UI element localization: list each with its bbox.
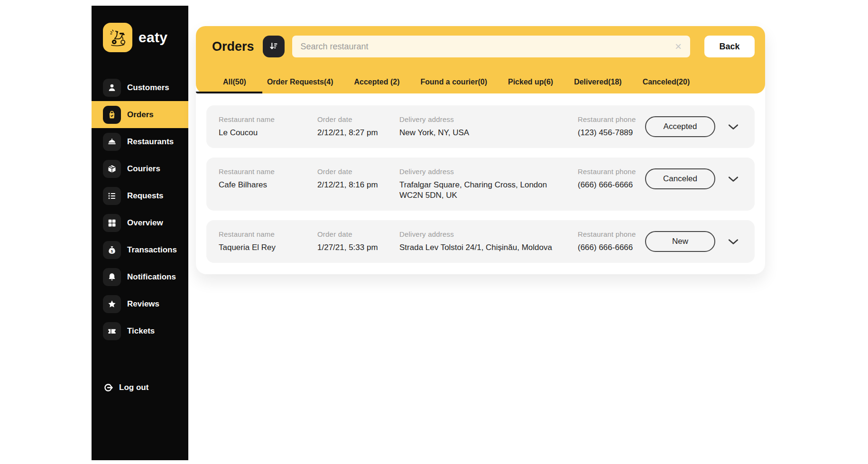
tab-found-a-courier[interactable]: Found a courier(0) — [421, 78, 487, 86]
clear-search-icon[interactable]: × — [674, 41, 683, 52]
sidebar-item-label: Notifications — [127, 272, 176, 282]
sidebar-item-label: Transactions — [127, 245, 177, 255]
chevron-down-icon[interactable] — [727, 120, 740, 133]
restaurant-name-cell: Restaurant name Cafe Bilhares — [219, 167, 317, 190]
panel-header: Orders × Back All(50) Order Requests(4) … — [196, 26, 765, 93]
restaurant-phone-label: Restaurant phone — [578, 230, 645, 238]
sidebar-nav: Customers Orders Restaurants Couriers Re — [92, 74, 188, 344]
money-bag-icon: $ — [103, 241, 121, 259]
sidebar-item-label: Orders — [127, 110, 154, 120]
sidebar-item-tickets[interactable]: Tickets — [92, 317, 188, 344]
restaurant-name-value: Le Coucou — [219, 128, 312, 138]
delivery-address-value: Strada Lev Tolstoi 24/1, Chișinău, Moldo… — [399, 242, 564, 253]
person-icon — [103, 79, 121, 97]
order-date-label: Order date — [317, 115, 399, 123]
sidebar-item-label: Customers — [127, 83, 169, 93]
restaurant-name-label: Restaurant name — [219, 230, 312, 238]
star-icon — [103, 295, 121, 313]
ticket-icon — [103, 322, 121, 340]
chevron-down-icon[interactable] — [727, 172, 740, 186]
order-row: Restaurant name Le Coucou Order date 2/1… — [206, 105, 755, 148]
sidebar-item-couriers[interactable]: Couriers — [92, 155, 188, 182]
sidebar-item-label: Requests — [127, 191, 164, 201]
restaurant-phone-cell: Restaurant phone (666) 666-6666 — [578, 167, 645, 190]
chevron-down-icon[interactable] — [727, 235, 740, 248]
restaurant-phone-cell: Restaurant phone (666) 666-6666 — [578, 230, 645, 253]
restaurant-phone-label: Restaurant phone — [578, 115, 645, 123]
sidebar-item-orders[interactable]: Orders — [92, 101, 188, 128]
sidebar-item-overview[interactable]: Overview — [92, 209, 188, 236]
sidebar-item-label: Reviews — [127, 299, 159, 309]
grid-icon — [103, 214, 121, 232]
restaurant-name-label: Restaurant name — [219, 115, 312, 123]
svg-text:$: $ — [111, 249, 113, 253]
sidebar-item-reviews[interactable]: Reviews — [92, 290, 188, 317]
restaurant-phone-value: (666) 666-6666 — [578, 242, 645, 253]
orders-panel: Orders × Back All(50) Order Requests(4) … — [196, 26, 765, 274]
order-status-button[interactable]: Accepted — [645, 116, 715, 137]
package-icon — [103, 160, 121, 178]
status-tabs: All(50) Order Requests(4) Accepted (2) F… — [223, 71, 690, 93]
brand-name: eaty — [139, 29, 167, 46]
sidebar: eaty Customers Orders Restaurants Couri — [92, 6, 188, 460]
delivery-address-value: New York, NY, USA — [399, 128, 564, 138]
sort-descending-icon — [268, 41, 279, 52]
bell-icon — [103, 268, 121, 286]
logout-button[interactable]: Log out — [103, 382, 148, 393]
delivery-address-cell: Delivery address Trafalgar Square, Chari… — [399, 167, 564, 201]
sidebar-item-transactions[interactable]: $ Transactions — [92, 236, 188, 263]
logout-icon — [103, 382, 113, 393]
order-date-cell: Order date 2/12/21, 8:27 pm — [317, 115, 399, 138]
order-date-value: 2/12/21, 8:27 pm — [317, 128, 399, 138]
page-title: Orders — [212, 39, 254, 54]
restaurant-phone-value: (123) 456-7889 — [578, 128, 645, 138]
eaty-logo — [103, 23, 132, 52]
restaurant-phone-value: (666) 666-6666 — [578, 180, 645, 190]
order-status-button[interactable]: Canceled — [645, 168, 715, 189]
order-date-label: Order date — [317, 167, 399, 176]
active-tab-underline — [196, 92, 262, 93]
delivery-address-label: Delivery address — [399, 167, 564, 176]
restaurant-name-cell: Restaurant name Taqueria El Rey — [219, 230, 317, 253]
restaurant-name-cell: Restaurant name Le Coucou — [219, 115, 317, 138]
restaurant-phone-label: Restaurant phone — [578, 167, 645, 176]
restaurant-cloche-icon — [103, 133, 121, 151]
delivery-address-label: Delivery address — [399, 115, 564, 123]
order-date-cell: Order date 1/27/21, 5:33 pm — [317, 230, 399, 253]
scooter-icon — [107, 27, 129, 48]
sidebar-item-requests[interactable]: Requests — [92, 182, 188, 209]
tab-picked-up[interactable]: Picked up(6) — [508, 78, 553, 86]
sidebar-item-label: Overview — [127, 218, 163, 228]
tab-canceled[interactable]: Canceled(20) — [643, 78, 690, 86]
restaurant-name-value: Cafe Bilhares — [219, 180, 312, 190]
restaurant-name-value: Taqueria El Rey — [219, 242, 312, 253]
tab-delivered[interactable]: Delivered(18) — [574, 78, 622, 86]
sidebar-item-label: Couriers — [127, 164, 160, 174]
sidebar-item-label: Tickets — [127, 326, 155, 336]
order-date-value: 2/12/21, 8:16 pm — [317, 180, 399, 190]
sort-button[interactable] — [263, 36, 285, 57]
tab-all[interactable]: All(50) — [223, 78, 246, 86]
brand: eaty — [92, 6, 188, 52]
tab-order-requests[interactable]: Order Requests(4) — [267, 78, 333, 86]
search-input[interactable] — [300, 41, 674, 52]
panel-toolbar: Orders × Back — [196, 26, 765, 57]
order-date-cell: Order date 2/12/21, 8:16 pm — [317, 167, 399, 190]
restaurant-name-label: Restaurant name — [219, 167, 312, 176]
order-date-label: Order date — [317, 230, 399, 238]
delivery-address-cell: Delivery address New York, NY, USA — [399, 115, 564, 138]
tab-accepted[interactable]: Accepted (2) — [354, 78, 400, 86]
order-status-button[interactable]: New — [645, 231, 715, 252]
order-row: Restaurant name Cafe Bilhares Order date… — [206, 158, 755, 211]
delivery-address-value: Trafalgar Square, Charing Cross, London … — [399, 180, 564, 201]
sidebar-item-notifications[interactable]: Notifications — [92, 263, 188, 290]
back-button[interactable]: Back — [704, 36, 755, 57]
sidebar-item-customers[interactable]: Customers — [92, 74, 188, 101]
delivery-address-cell: Delivery address Strada Lev Tolstoi 24/1… — [399, 230, 564, 253]
list-icon — [103, 187, 121, 205]
sidebar-item-label: Restaurants — [127, 137, 174, 147]
restaurant-phone-cell: Restaurant phone (123) 456-7889 — [578, 115, 645, 138]
order-row: Restaurant name Taqueria El Rey Order da… — [206, 220, 755, 263]
delivery-address-label: Delivery address — [399, 230, 564, 238]
sidebar-item-restaurants[interactable]: Restaurants — [92, 128, 188, 155]
